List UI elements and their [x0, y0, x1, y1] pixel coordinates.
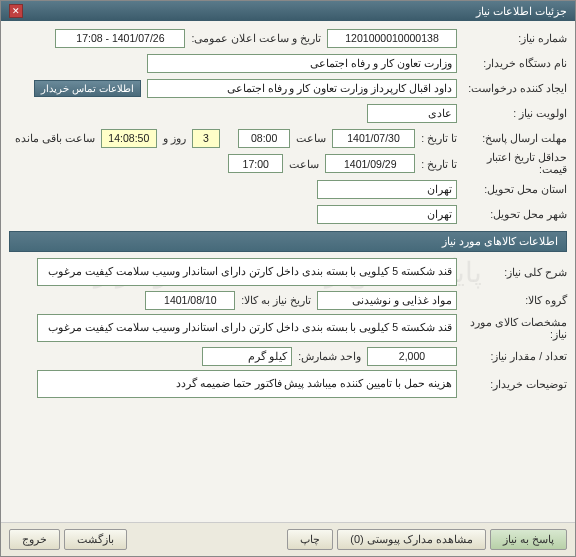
need-number-label: شماره نیاز: — [457, 32, 567, 44]
row-creator: ایجاد کننده درخواست: داود اقبال کارپرداز… — [9, 77, 567, 99]
row-group: گروه کالا: مواد غذایی و نوشیدنی تاریخ نی… — [9, 289, 567, 311]
creator-field: داود اقبال کارپرداز وزارت تعاون کار و رف… — [147, 79, 457, 98]
group-field: مواد غذایی و نوشیدنی — [317, 291, 457, 310]
group-label: گروه کالا: — [457, 294, 567, 306]
buyer-org-label: نام دستگاه خریدار: — [457, 57, 567, 69]
row-quote-validity: حداقل تاریخ اعتبار قیمت: تا تاریخ : 1401… — [9, 152, 567, 175]
deadline-time-field: 08:00 — [238, 129, 289, 148]
row-description: شرح کلی نیاز: قند شکسته 5 کیلویی با بسته… — [9, 258, 567, 286]
priority-label: اولویت نیاز : — [457, 107, 567, 119]
description-field: قند شکسته 5 کیلویی با بسته بندی داخل کار… — [37, 258, 457, 286]
notes-label: توضیحات خریدار: — [457, 378, 567, 390]
public-date-field: 1401/07/26 - 17:08 — [55, 29, 185, 48]
province-label: استان محل تحویل: — [457, 183, 567, 195]
city-label: شهر محل تحویل: — [457, 208, 567, 220]
row-province: استان محل تحویل: تهران — [9, 178, 567, 200]
days-remaining-field: 3 — [192, 129, 220, 148]
creator-label: ایجاد کننده درخواست: — [457, 82, 567, 94]
footer-toolbar: پاسخ به نیاز مشاهده مدارک پیوستی (0) چاپ… — [1, 522, 575, 556]
quantity-label: تعداد / مقدار نیاز: — [457, 350, 567, 362]
view-attachments-button[interactable]: مشاهده مدارک پیوستی (0) — [337, 529, 486, 550]
back-button[interactable]: بازگشت — [64, 529, 127, 550]
to-date-label: تا تاریخ : — [415, 132, 457, 144]
need-date-field: 1401/08/10 — [145, 291, 235, 310]
row-buyer-org: نام دستگاه خریدار: وزارت تعاون کار و رفا… — [9, 52, 567, 74]
spec-label: مشخصات کالای مورد نیاز: — [457, 316, 567, 340]
row-notes: توضیحات خریدار: هزینه حمل با تامیین کنند… — [9, 370, 567, 398]
quote-valid-time-field: 17:00 — [228, 154, 283, 173]
row-priority: اولویت نیاز : عادی — [9, 102, 567, 124]
need-date-label: تاریخ نیاز به کالا: — [235, 294, 317, 306]
unit-label: واحد شمارش: — [292, 350, 367, 362]
row-need-number: شماره نیاز: 1201000010000138 تاریخ و ساع… — [9, 27, 567, 49]
print-button[interactable]: چاپ — [287, 529, 333, 550]
province-field: تهران — [317, 180, 457, 199]
public-date-label: تاریخ و ساعت اعلان عمومی: — [185, 32, 327, 44]
time-remaining-field: 14:08:50 — [101, 129, 157, 148]
goods-section-header: اطلاعات کالاهای مورد نیاز — [9, 231, 567, 252]
window-title: جزئیات اطلاعات نیاز — [476, 5, 567, 18]
row-deadline: مهلت ارسال پاسخ: تا تاریخ : 1401/07/30 س… — [9, 127, 567, 149]
quantity-field: 2,000 — [367, 347, 457, 366]
contact-buyer-button[interactable]: اطلاعات تماس خریدار — [34, 80, 141, 97]
priority-field: عادی — [367, 104, 457, 123]
city-field: تهران — [317, 205, 457, 224]
spec-field: قند شکسته 5 کیلویی با بسته بندی داخل کار… — [37, 314, 457, 342]
answer-need-button[interactable]: پاسخ به نیاز — [490, 529, 567, 550]
quote-valid-date-field: 1401/09/29 — [325, 154, 415, 173]
quote-valid-time-label: ساعت — [283, 158, 325, 170]
remaining-label: ساعت باقی مانده — [9, 132, 101, 144]
row-quantity: تعداد / مقدار نیاز: 2,000 واحد شمارش: کی… — [9, 345, 567, 367]
quote-valid-label: حداقل تاریخ اعتبار قیمت: — [457, 152, 567, 175]
close-icon[interactable]: ✕ — [9, 4, 23, 18]
buyer-org-field: وزارت تعاون کار و رفاه اجتماعی — [147, 54, 457, 73]
footer-spacer — [131, 529, 283, 550]
row-spec: مشخصات کالای مورد نیاز: قند شکسته 5 کیلو… — [9, 314, 567, 342]
need-number-field: 1201000010000138 — [327, 29, 457, 48]
titlebar: جزئیات اطلاعات نیاز ✕ — [1, 1, 575, 21]
deadline-date-field: 1401/07/30 — [332, 129, 415, 148]
to-date-label-2: تا تاریخ : — [415, 158, 457, 170]
days-and-label: روز و — [157, 132, 192, 144]
deadline-label: مهلت ارسال پاسخ: — [457, 132, 567, 144]
content-area: پایگاه اطلاع رسانی اصناف و بازار شماره ن… — [1, 21, 575, 522]
description-label: شرح کلی نیاز: — [457, 266, 567, 278]
exit-button[interactable]: خروج — [9, 529, 60, 550]
unit-field: کیلو گرم — [202, 347, 292, 366]
row-city: شهر محل تحویل: تهران — [9, 203, 567, 225]
details-window: جزئیات اطلاعات نیاز ✕ پایگاه اطلاع رسانی… — [0, 0, 576, 557]
deadline-time-label: ساعت — [290, 132, 332, 144]
notes-field: هزینه حمل با تامیین کننده میباشد پیش فاک… — [37, 370, 457, 398]
